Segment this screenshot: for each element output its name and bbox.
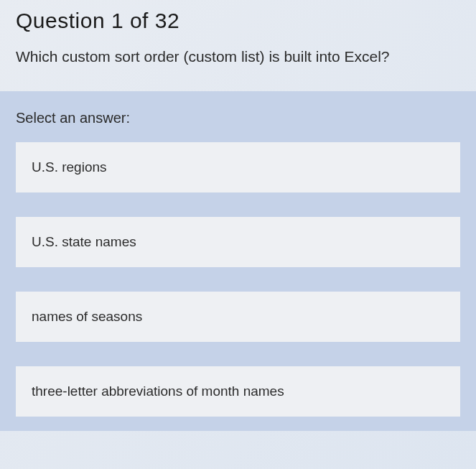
option-month-abbreviations[interactable]: three-letter abbreviations of month name… <box>16 366 460 417</box>
option-us-regions[interactable]: U.S. regions <box>16 142 460 192</box>
quiz-container: Question 1 of 32 Which custom sort order… <box>0 0 476 431</box>
question-number-header: Question 1 of 32 <box>0 9 476 46</box>
select-answer-label: Select an answer: <box>0 110 476 142</box>
question-text: Which custom sort order (custom list) is… <box>0 46 476 91</box>
option-us-state-names[interactable]: U.S. state names <box>16 217 460 267</box>
option-names-of-seasons[interactable]: names of seasons <box>16 292 460 342</box>
answer-section: Select an answer: U.S. regions U.S. stat… <box>0 91 476 431</box>
options-list: U.S. regions U.S. state names names of s… <box>0 142 476 417</box>
